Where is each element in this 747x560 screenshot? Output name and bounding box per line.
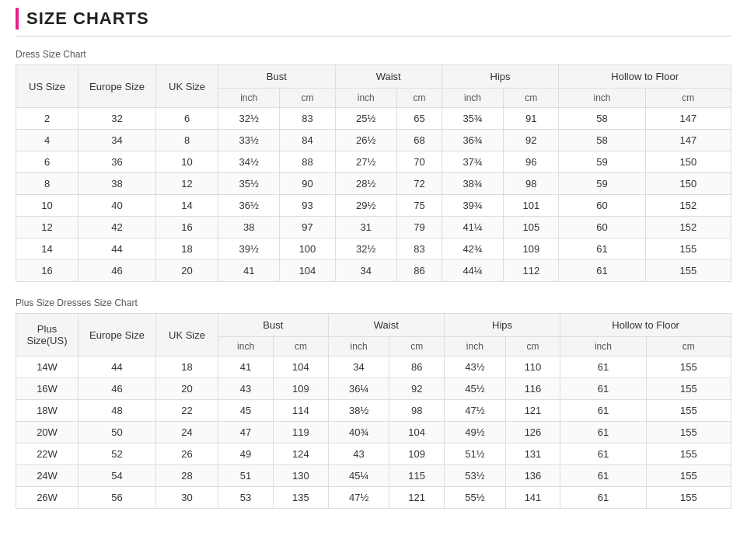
plus-hips-inch: inch bbox=[444, 337, 505, 357]
dress-bust-cm: cm bbox=[280, 89, 335, 108]
page-header: SIZE CHARTS bbox=[16, 8, 731, 37]
dress-section-label: Dress Size Chart bbox=[16, 49, 731, 60]
table-row: 232632½8325½6535¾9158147 bbox=[16, 108, 731, 130]
dress-col-waist: Waist bbox=[335, 65, 442, 89]
dress-waist-cm: cm bbox=[396, 89, 442, 108]
plus-waist-inch: inch bbox=[328, 337, 389, 357]
dress-col-hips: Hips bbox=[442, 65, 559, 89]
dress-hips-inch: inch bbox=[442, 89, 503, 108]
plus-bust-cm: cm bbox=[274, 337, 328, 357]
plus-section-label: Plus Size Dresses Size Chart bbox=[16, 297, 731, 308]
plus-size-table: Plus Size(US) Europe Size UK Size Bust W… bbox=[16, 313, 731, 509]
table-row: 14441839½10032½8342¾10961155 bbox=[16, 238, 731, 260]
plus-htf-cm: cm bbox=[646, 337, 731, 357]
dress-size-table: US Size Europe Size UK Size Bust Waist H… bbox=[16, 64, 731, 282]
dress-col-uk: UK Size bbox=[156, 65, 218, 108]
table-row: 16462041104348644¼11261155 bbox=[16, 260, 731, 282]
table-row: 8381235½9028½7238¾9859150 bbox=[16, 173, 731, 195]
plus-col-uk: UK Size bbox=[156, 314, 218, 357]
plus-col-htf: Hollow to Floor bbox=[560, 314, 731, 337]
table-row: 24W54285113045¼11553½13661155 bbox=[16, 465, 731, 487]
table-row: 434833½8426½6836¾9258147 bbox=[16, 130, 731, 151]
dress-col-us: US Size bbox=[16, 65, 79, 108]
table-row: 14W441841104348643½11061155 bbox=[16, 357, 731, 378]
table-row: 20W50244711940¾10449½12661155 bbox=[16, 422, 731, 443]
table-row: 26W56305313547½12155½14161155 bbox=[16, 487, 731, 509]
dress-col-htf: Hollow to Floor bbox=[559, 65, 731, 89]
table-row: 18W48224511438½9847½12161155 bbox=[16, 400, 731, 422]
plus-col-hips: Hips bbox=[444, 314, 560, 337]
plus-col-eu: Europe Size bbox=[79, 314, 156, 357]
plus-bust-inch: inch bbox=[218, 337, 274, 357]
plus-htf-inch: inch bbox=[560, 337, 646, 357]
dress-col-bust: Bust bbox=[218, 65, 336, 89]
plus-col-us: Plus Size(US) bbox=[16, 314, 79, 357]
table-row: 22W5226491244310951½13161155 bbox=[16, 443, 731, 465]
dress-col-eu: Europe Size bbox=[79, 65, 156, 108]
dress-section: Dress Size Chart US Size Europe Size UK … bbox=[16, 49, 731, 282]
plus-waist-cm: cm bbox=[389, 337, 444, 357]
table-row: 16W46204310936¼9245½11661155 bbox=[16, 378, 731, 400]
plus-col-bust: Bust bbox=[218, 314, 329, 337]
dress-waist-inch: inch bbox=[335, 89, 396, 108]
table-row: 6361034½8827½7037¾9659150 bbox=[16, 151, 731, 173]
table-row: 1242163897317941¼10560152 bbox=[16, 217, 731, 238]
dress-htf-inch: inch bbox=[559, 89, 645, 108]
dress-hips-cm: cm bbox=[504, 89, 559, 108]
dress-htf-cm: cm bbox=[645, 89, 731, 108]
plus-hips-cm: cm bbox=[505, 337, 560, 357]
plus-col-waist: Waist bbox=[328, 314, 444, 337]
header-accent-bar bbox=[16, 8, 19, 30]
table-row: 10401436½9329½7539¾10160152 bbox=[16, 195, 731, 217]
plus-section: Plus Size Dresses Size Chart Plus Size(U… bbox=[16, 297, 731, 509]
page-title: SIZE CHARTS bbox=[26, 9, 149, 29]
dress-bust-inch: inch bbox=[218, 89, 280, 108]
